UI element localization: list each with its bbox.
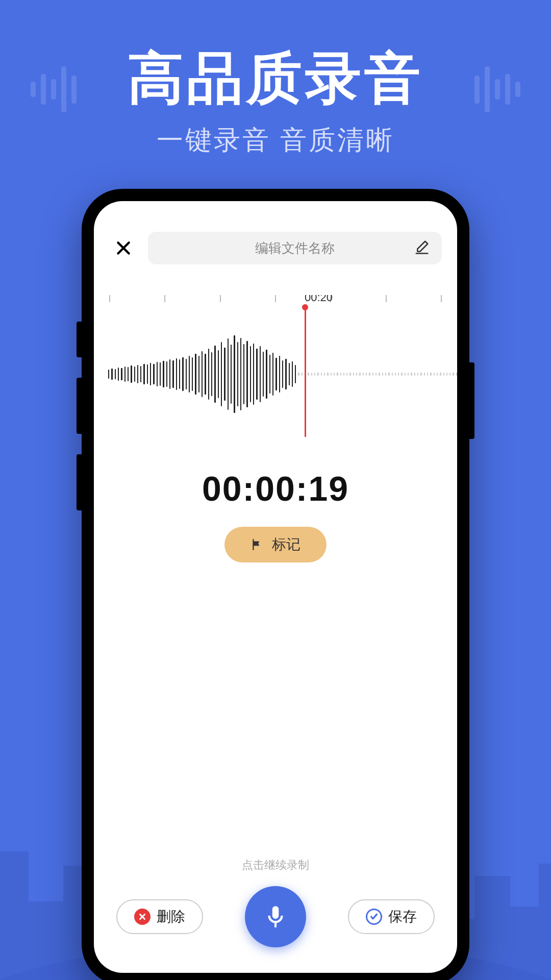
filename-input[interactable]: 编辑文件名称: [148, 232, 442, 264]
playhead: [305, 304, 306, 437]
bottom-controls-area: 点击继续录制 删除: [94, 857, 457, 947]
timeline-ticks: [94, 295, 457, 310]
delete-badge-icon: [134, 909, 151, 925]
filename-placeholder: 编辑文件名称: [255, 239, 335, 257]
delete-button-label: 删除: [157, 907, 185, 926]
waveform-bars: [94, 310, 457, 438]
hero-title: 高品质录音: [0, 41, 551, 117]
phone-mockup: 编辑文件名称 00:20 00:00:19: [82, 189, 469, 980]
mark-button-label: 标记: [272, 535, 300, 554]
close-icon: [114, 239, 133, 257]
edit-icon: [414, 239, 430, 257]
close-button[interactable]: [109, 234, 138, 262]
delete-button[interactable]: 删除: [116, 899, 203, 934]
playhead-time-label: 00:20: [305, 295, 333, 304]
record-button[interactable]: [245, 886, 306, 947]
recording-timer: 00:00:19: [94, 469, 457, 508]
hero-subtitle: 一键录音 音质清晰: [0, 122, 551, 158]
flag-icon: [251, 538, 264, 551]
app-screen: 编辑文件名称 00:20 00:00:19: [94, 201, 457, 973]
waveform-area[interactable]: 00:20: [94, 295, 457, 438]
topbar: 编辑文件名称: [94, 232, 457, 264]
save-button-label: 保存: [388, 907, 417, 926]
mark-button[interactable]: 标记: [224, 527, 327, 562]
save-button[interactable]: 保存: [348, 899, 435, 934]
svg-rect-5: [274, 923, 277, 927]
record-hint: 点击继续录制: [94, 857, 457, 873]
save-badge-icon: [366, 909, 382, 925]
microphone-icon: [263, 904, 288, 929]
